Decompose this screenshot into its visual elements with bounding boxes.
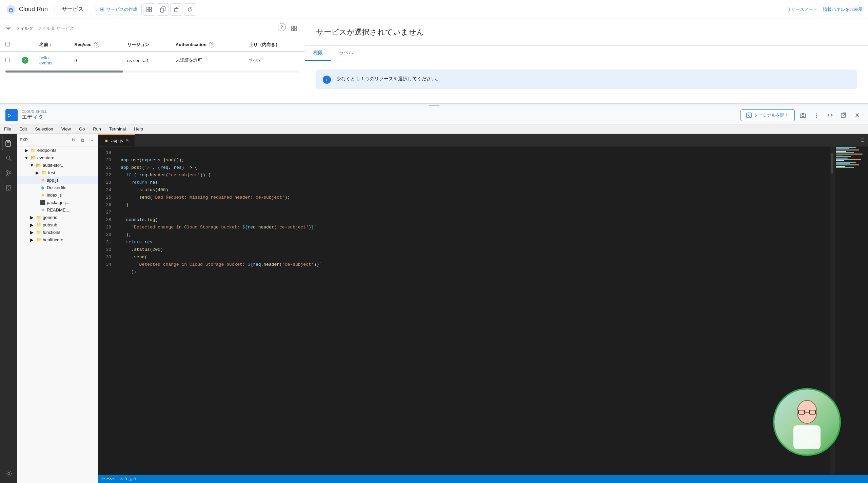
folder-pubsub[interactable]: ▶ 📁 pubsub <box>17 221 98 228</box>
file-package-json[interactable]: ⬛ package.j... <box>17 199 98 206</box>
tab-app-js[interactable]: ■ app.js ✕ <box>98 134 135 146</box>
auth-header[interactable]: Authentication ? <box>170 38 243 52</box>
service-name-cell[interactable]: hello-events <box>34 52 69 69</box>
refresh-icon-button[interactable] <box>184 3 196 16</box>
mini-line <box>836 152 854 153</box>
svg-rect-13 <box>294 26 296 28</box>
menu-go[interactable]: Go <box>75 124 89 134</box>
svg-point-19 <box>802 115 804 117</box>
delete-icon-button[interactable] <box>170 3 182 16</box>
file-app-js[interactable]: ■ app.js <box>17 176 98 184</box>
row-checkbox-cell[interactable] <box>0 52 16 69</box>
camera-icon <box>800 112 806 118</box>
filter-placeholder[interactable]: フィルタ サービス <box>37 25 274 32</box>
open-new-window-button[interactable] <box>838 110 849 121</box>
hide-panel-link[interactable]: 情報パネルを非表示 <box>823 6 863 13</box>
file-dockerfile[interactable]: ◆ Dockerfile <box>17 184 98 191</box>
file-readme[interactable]: ≡ README.... <box>17 206 98 214</box>
more-options-button[interactable]: ⋮ <box>811 110 822 121</box>
folder-test[interactable]: ▶ 📁 test <box>17 169 98 176</box>
chevron-right-icon: ▶ <box>29 215 35 220</box>
select-all-checkbox[interactable] <box>5 42 10 46</box>
menu-file[interactable]: File <box>0 124 15 134</box>
menu-view[interactable]: View <box>57 124 75 134</box>
close-tab-button[interactable]: ✕ <box>125 138 129 143</box>
nav-service-label[interactable]: サービス <box>62 6 83 13</box>
auth-help-icon[interactable]: ? <box>209 42 214 47</box>
git-icon <box>5 169 13 177</box>
source-control-activity-icon[interactable] <box>2 166 15 180</box>
open-terminal-button[interactable]: ターミナルを開く <box>741 109 795 121</box>
folder-endpoints[interactable]: ▶ 📁 endpoints <box>17 146 98 154</box>
status-header <box>16 38 34 52</box>
grid-view-button[interactable] <box>289 23 299 34</box>
info-message-text: 少なくとも１つのリソースを選択してください。 <box>336 75 441 82</box>
menu-selection[interactable]: Selection <box>31 124 57 134</box>
menu-edit[interactable]: Edit <box>15 124 31 134</box>
extensions-activity-icon[interactable] <box>2 181 15 195</box>
toggle-sidebar-button[interactable]: ☰ <box>857 134 868 146</box>
panel-divider[interactable] <box>0 104 868 106</box>
tab-permissions[interactable]: 権限 <box>305 46 331 61</box>
git-branch-status[interactable]: main <box>101 477 115 481</box>
close-shell-button[interactable]: ✕ <box>852 110 863 121</box>
top-navigation: Cloud Run サービス ⊞ サービスの作成 <box>0 0 868 19</box>
search-activity-icon[interactable] <box>2 152 15 165</box>
copy-icon-button[interactable] <box>157 3 169 16</box>
editor-tab-bar: ■ app.js ✕ ☰ <box>98 134 868 146</box>
file-index-js[interactable]: ■ index.js <box>17 191 98 199</box>
svg-point-34 <box>104 478 105 479</box>
folder-name: endpoints <box>37 148 56 153</box>
svg-rect-12 <box>292 26 294 28</box>
folder-icon: 📁 <box>36 229 41 235</box>
app-logo[interactable]: Cloud Run <box>5 4 48 15</box>
mini-line <box>836 151 846 152</box>
refresh-explorer-button[interactable]: ↻ <box>70 136 78 144</box>
folder-icon: 📁 <box>36 222 41 227</box>
name-header[interactable]: 名前 ↑ <box>34 38 69 52</box>
error-status[interactable]: ⚠ 0 △ 0 <box>120 477 136 481</box>
folder-functions[interactable]: ▶ 📁 functions <box>17 228 98 236</box>
settings-activity-icon[interactable] <box>2 467 15 480</box>
release-notes-link[interactable]: リリースノート <box>787 6 817 13</box>
package-json-icon: ⬛ <box>40 200 45 205</box>
file-name: index.js <box>47 193 62 198</box>
more-explorer-button[interactable]: ··· <box>87 136 95 144</box>
create-service-button[interactable]: ⊞ サービスの作成 <box>96 4 142 15</box>
menu-terminal[interactable]: Terminal <box>105 124 130 134</box>
menu-help[interactable]: Help <box>130 124 147 134</box>
folder-healthcare[interactable]: ▶ 📁 healthcare <box>17 236 98 243</box>
folder-audit-stor[interactable]: ▼ 📂 audit-stor... <box>17 161 98 169</box>
mini-line <box>836 147 856 148</box>
files-icon <box>5 140 13 147</box>
row-checkbox[interactable] <box>5 58 10 62</box>
folder-name: functions <box>43 230 60 235</box>
service-table-body: ✓ hello-events 0 us-central1 未認証を許可 すべて <box>0 52 305 69</box>
table-row[interactable]: ✓ hello-events 0 us-central1 未認証を許可 すべて <box>0 52 305 69</box>
expand-button[interactable] <box>825 110 835 121</box>
chevron-right-icon: ▶ <box>24 147 29 153</box>
req-sec-label: Req/sec <box>75 42 92 47</box>
select-all-header[interactable] <box>0 38 16 52</box>
nav-actions: ⊞ サービスの作成 <box>96 3 196 16</box>
tab-labels[interactable]: ラベル <box>331 46 361 61</box>
help-button[interactable]: ? <box>278 23 286 31</box>
layout-icon-button[interactable] <box>143 3 155 16</box>
req-sec-help-icon[interactable]: ? <box>94 42 99 47</box>
horizontal-scrollbar[interactable] <box>5 71 299 73</box>
service-name-link[interactable]: hello-events <box>39 55 52 65</box>
copy-explorer-button[interactable]: ⧉ <box>78 136 86 144</box>
req-sec-header[interactable]: Req/sec ? <box>69 38 122 52</box>
activity-bar <box>0 134 17 483</box>
code-content[interactable]: app.use(express.json()); app.post('/', (… <box>115 146 830 475</box>
explorer-activity-icon[interactable] <box>2 137 15 150</box>
folder-eventarc[interactable]: ▼ 📂 eventarc <box>17 154 98 161</box>
info-message-box: i 少なくとも１つのリソースを選択してください。 <box>316 69 857 89</box>
file-name: README.... <box>47 207 71 213</box>
info-panel-title: サービスが選択されていません <box>316 27 857 37</box>
scrollbar-thumb <box>831 153 833 174</box>
filter-bar: フィルタ フィルタ サービス ? <box>0 19 305 38</box>
menu-run[interactable]: Run <box>89 124 105 134</box>
folder-generic[interactable]: ▶ 📁 generic <box>17 214 98 221</box>
camera-icon-button[interactable] <box>797 110 808 121</box>
